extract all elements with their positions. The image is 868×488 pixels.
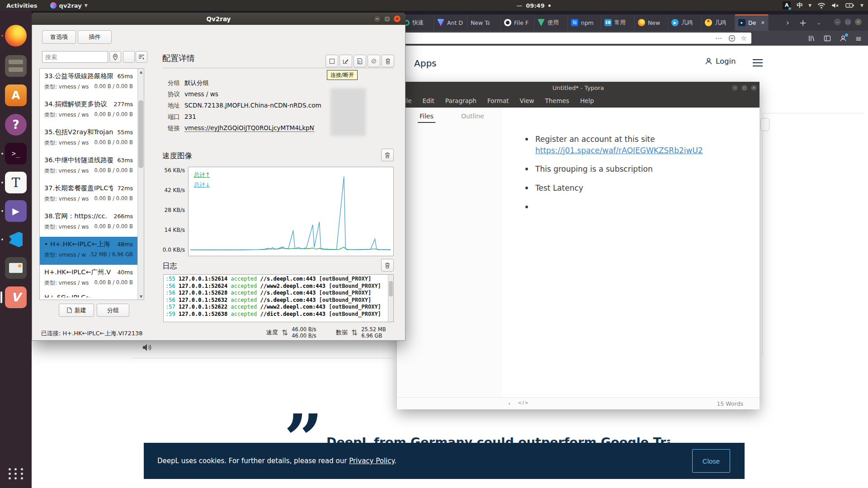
log-output[interactable]: :55 127.0.0.1:52614 accepted //s.deepl.c… (163, 274, 394, 322)
menu-icon[interactable]: ≡ (855, 34, 862, 43)
browser-tab-9[interactable]: ▶几鸡 (668, 14, 702, 31)
tab-list-icon[interactable]: ⌄ (817, 20, 821, 26)
minimize-icon[interactable]: − (373, 15, 381, 23)
minimize-icon[interactable]: − (732, 85, 738, 91)
sort-button[interactable] (136, 51, 147, 63)
dock-item-ubuntu-software[interactable]: A (5, 84, 27, 106)
browser-tab-8[interactable]: New (635, 14, 668, 31)
typora-titlebar[interactable]: Untitled* - Typora − □ ✕ (397, 82, 760, 94)
privacy-policy-link[interactable]: Privacy Policy (349, 457, 394, 465)
dock-item-image-tool[interactable] (5, 257, 27, 279)
typora-editor[interactable]: Register an account at this sitehttps://… (502, 108, 760, 397)
scroll-up-icon[interactable]: ▲ (138, 69, 144, 75)
clear-log-button[interactable] (381, 259, 394, 272)
speaker-icon[interactable] (142, 343, 153, 352)
source-code-icon[interactable]: </> (518, 400, 529, 407)
menu-item-help[interactable]: Help (580, 97, 594, 104)
edit-config-button[interactable] (340, 55, 352, 67)
scrollbar-thumb[interactable] (389, 281, 393, 296)
server-item-7[interactable]: • H+.HK←IPLC←上海48ms类型: vmess / w.52 MB /… (40, 237, 144, 265)
browser-tab-4[interactable]: File F (501, 14, 534, 31)
subscription-link[interactable]: https://j01.space/waf/rAOIEGWKZSRb2iwU2 (535, 146, 703, 155)
scroll-down-icon[interactable]: ▼ (138, 293, 144, 300)
clear-graph-button[interactable] (381, 149, 394, 161)
sidebar-toggle-icon[interactable]: ‹ (508, 400, 510, 407)
new-tab-button[interactable]: + (799, 17, 807, 28)
menu-item-paragraph[interactable]: Paragraph (445, 97, 476, 104)
edit-json-button[interactable]: {} (354, 55, 366, 67)
menu-item-themes[interactable]: Themes (545, 97, 570, 104)
browser-tab-2[interactable]: Ant D (434, 14, 467, 31)
locate-button[interactable] (109, 51, 121, 63)
close-icon[interactable]: ✕ (393, 15, 401, 23)
dock-item-firefox[interactable] (5, 25, 27, 47)
browser-tab-3[interactable]: New Tab (467, 14, 501, 31)
browser-tab-7[interactable]: EB常用 (601, 14, 635, 31)
minimize-icon[interactable]: − (834, 19, 841, 25)
dock-item-typora[interactable]: T (5, 172, 27, 193)
battery-charging-icon[interactable] (845, 3, 854, 8)
maximize-icon[interactable]: □ (844, 19, 851, 25)
dock-item-vscode[interactable] (5, 229, 27, 250)
plugins-button[interactable]: 插件 (78, 30, 112, 44)
dock-item-qv2ray[interactable]: V (5, 286, 27, 308)
preferences-button[interactable]: 首选项 (42, 30, 76, 44)
sidebar-icon[interactable] (824, 35, 831, 42)
share-qr-button[interactable]: ⊘ (368, 55, 380, 67)
browser-tab-11[interactable]: ▸De✕ (735, 14, 769, 31)
server-item-6[interactable]: 38.官网：https://cc.266ms类型: vmess / ws0.00… (40, 209, 144, 237)
library-icon[interactable] (808, 35, 815, 42)
connect-disconnect-button[interactable] (326, 55, 338, 67)
browser-tab-5[interactable]: 使用 (534, 14, 568, 31)
clock[interactable]: — 09:49 (497, 0, 570, 11)
dock-item-help[interactable]: ? (5, 114, 27, 136)
wifi-icon[interactable] (817, 2, 826, 9)
page-actions-icon[interactable]: ⋯ (715, 34, 723, 42)
scrollbar-thumb[interactable] (138, 100, 143, 168)
bullet-item-1[interactable]: Register an account at this sitehttps://… (524, 134, 703, 156)
server-item-2[interactable]: 34.捐赠解锁更多协议277ms类型: vmess / ws0.00 B / 0… (40, 97, 144, 125)
bullet-item-2[interactable]: This grouping is a subscription (524, 164, 703, 175)
qv2ray-titlebar[interactable]: Qv2ray − □ ✕ (32, 13, 406, 25)
server-item-4[interactable]: 36.中继中转隧道线路覆63ms类型: vmess / ws0.00 B / 0… (40, 153, 144, 181)
app-menu[interactable]: qv2ray ▼ (50, 2, 88, 9)
log-scrollbar[interactable] (388, 275, 393, 322)
dock-item-files[interactable] (5, 55, 27, 77)
maximize-icon[interactable]: □ (741, 85, 747, 91)
new-config-button[interactable]: 新建 (59, 304, 94, 317)
delete-config-button[interactable] (382, 55, 394, 67)
legend-total-up[interactable]: 总计↑ (194, 171, 210, 179)
show-applications-button[interactable] (8, 465, 24, 482)
server-item-8[interactable]: H+.HK←IPLC←广州.V40ms类型: vmess / ws0.00 B … (40, 265, 144, 293)
scrollbar-thumb[interactable] (760, 118, 769, 131)
dock-item-terminal[interactable]: >_ (5, 143, 27, 164)
close-icon[interactable]: ✕ (751, 85, 757, 91)
login-button[interactable]: Login (705, 57, 736, 66)
menu-item-edit[interactable]: Edit (423, 97, 434, 104)
server-item-9[interactable]: H+.SG←IPLC← (40, 293, 144, 297)
group-button[interactable]: 分组 (97, 304, 129, 317)
bullet-item-4[interactable] (524, 202, 703, 210)
menu-item-view[interactable]: View (519, 97, 534, 104)
menu-item-format[interactable]: Format (487, 97, 509, 104)
browser-tab-1[interactable]: 快速 (401, 14, 434, 31)
volume-muted-icon[interactable] (831, 2, 840, 9)
maximize-icon[interactable]: □ (383, 15, 391, 23)
ime-language-indicator[interactable]: 中 (797, 1, 802, 9)
browser-tab-6[interactable]: 知npm (568, 14, 601, 31)
chevron-down-icon[interactable]: ▼ (860, 3, 863, 8)
browser-tab-10[interactable]: 几鸡 (702, 14, 735, 31)
blank-button[interactable] (123, 51, 135, 63)
scrollbar[interactable]: ▲ ▼ (137, 69, 144, 300)
input-method-icon[interactable]: A (783, 1, 791, 9)
server-item-5[interactable]: 37.长期套餐覆盖IPLC专72ms类型: vmess / ws0.00 B /… (40, 181, 144, 209)
hamburger-menu-icon[interactable] (753, 59, 763, 69)
config-value[interactable]: vmess://eyJhZGQiOiJTQ0ROLjcyMTM4LkpNT0ZM… (184, 124, 315, 132)
legend-total-down[interactable]: 总计↓ (194, 181, 210, 189)
account-icon[interactable] (840, 35, 847, 42)
pocket-icon[interactable] (729, 35, 735, 42)
tab-overflow-icon[interactable]: › (786, 18, 789, 27)
tab-close-icon[interactable]: ✕ (761, 20, 765, 26)
tab-outline[interactable]: Outline (461, 113, 484, 120)
tab-files[interactable]: Files (420, 113, 434, 120)
